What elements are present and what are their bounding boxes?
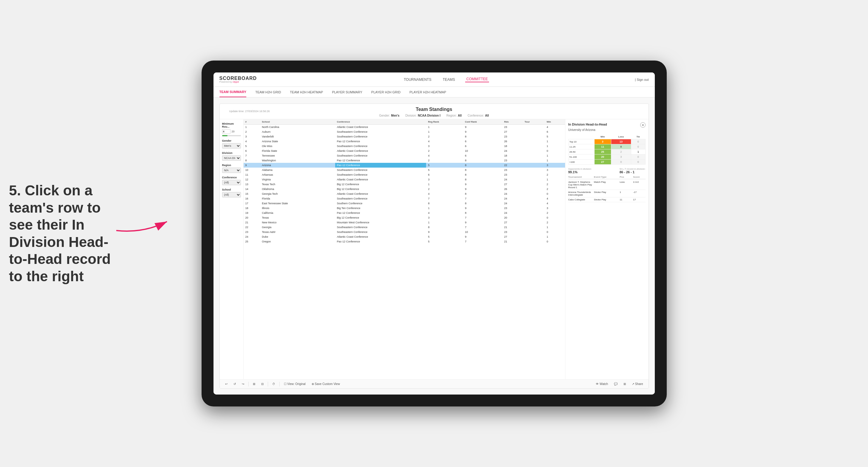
table-row[interactable]: 7 Tennessee Southeastern Conference 4 6 … (244, 153, 565, 158)
filter-group-rounds: Minimum Rou... 20 (222, 122, 241, 136)
table-row[interactable]: 12 Virginia Atlantic Coast Conference 3 … (244, 177, 565, 182)
cell-rds: 24 (502, 196, 523, 201)
table-row[interactable]: 6 Florida State Atlantic Coast Conferenc… (244, 149, 565, 153)
opponents-row: Opponents in division: 99.1% W-L-T recor… (568, 167, 646, 174)
cell-conference: Pac-12 Conference (335, 158, 426, 163)
cell-conf-rank: 8 (463, 163, 502, 167)
sub-nav-player-summary[interactable]: PLAYER SUMMARY (332, 87, 362, 97)
h2h-cell-win: 27 (594, 160, 611, 165)
clock-button[interactable]: ⏱ (271, 382, 277, 386)
share-button[interactable]: ↗ Share (630, 382, 645, 386)
cell-win: 2 (545, 182, 565, 187)
table-row[interactable]: 21 New Mexico Mountain West Conference 1… (244, 220, 565, 225)
cell-school: Duke (260, 235, 335, 239)
table-row[interactable]: 24 Duke Atlantic Coast Conference 5 9 27… (244, 235, 565, 239)
filter-select-school[interactable]: (All) (222, 192, 241, 197)
slider-bar-rounds[interactable] (222, 135, 241, 136)
copy-button[interactable]: ⊞ (251, 382, 257, 386)
h2h-table: Win Loss Tie Top 10 3 13 0 11-25 11 8 0 … (568, 134, 646, 165)
table-row[interactable]: 19 California Pac-12 Conference 4 8 24 2 (244, 211, 565, 215)
grid-button[interactable]: ⊞ (622, 382, 628, 386)
cell-tour (523, 206, 545, 211)
table-row[interactable]: 15 Georgia Tech Atlantic Coast Conferenc… (244, 191, 565, 196)
cell-school: Oklahoma (260, 187, 335, 191)
nav-tournaments[interactable]: TOURNAMENTS (403, 77, 432, 82)
forward-button[interactable]: ↪ (240, 382, 246, 386)
cell-rank: 4 (244, 139, 260, 144)
filter-select-region[interactable]: N/A (222, 167, 241, 173)
table-row[interactable]: 14 Oklahoma Big 12 Conference 2 9 26 2 (244, 187, 565, 191)
h2h-row: Top 10 3 13 0 (568, 139, 645, 144)
col-school: School (260, 119, 335, 125)
tourn-pos: Loss (620, 181, 632, 189)
table-row[interactable]: 25 Oregon Pac-12 Conference 5 7 21 0 (244, 239, 565, 244)
table-row[interactable]: 2 Auburn Southeastern Conference 1 9 27 … (244, 129, 565, 134)
table-row[interactable]: 5 Ole Miss Southeastern Conference 3 6 1… (244, 144, 565, 149)
filter-select-conference[interactable]: (All) (222, 180, 241, 185)
cell-win: 0 (545, 191, 565, 196)
cell-school: Oregon (260, 239, 335, 244)
paste-button[interactable]: ⊟ (259, 382, 266, 386)
table-row[interactable]: 16 Florida Southeastern Conference 7 7 2… (244, 196, 565, 201)
cell-tour (523, 173, 545, 177)
table-row[interactable]: 8 Washington Pac-12 Conference 2 8 23 1 (244, 158, 565, 163)
filter-select-division[interactable]: NCAA Division I (222, 155, 241, 161)
h2h-cell-loss: 13 (611, 139, 631, 144)
cell-tour (523, 163, 545, 167)
view-original-button[interactable]: ☐ View: Original (282, 382, 307, 386)
table-row[interactable]: 20 Texas Big 12 Conference 3 7 20 0 (244, 215, 565, 220)
sign-out[interactable]: | Sign out (635, 78, 649, 82)
sub-nav-team-h2h-grid[interactable]: TEAM H2H GRID (255, 87, 281, 97)
cell-tour (523, 191, 545, 196)
table-row[interactable]: 3 Vanderbilt Southeastern Conference 2 8… (244, 134, 565, 139)
cell-rank: 6 (244, 149, 260, 153)
table-row[interactable]: 1 North Carolina Atlantic Coast Conferen… (244, 125, 565, 130)
cell-rds: 24 (502, 191, 523, 196)
cell-rds: 23 (502, 134, 523, 139)
nav-teams[interactable]: TEAMS (442, 77, 456, 82)
table-row[interactable]: 23 Texas A&M Southeastern Conference 9 1… (244, 229, 565, 235)
table-row[interactable]: 10 Alabama Southeastern Conference 5 8 2… (244, 167, 565, 173)
table-row[interactable]: 18 Illinois Big Ten Conference 1 9 23 3 (244, 206, 565, 211)
cell-reg-rank: 4 (426, 153, 463, 158)
redo-button[interactable]: ↺ (232, 382, 238, 386)
table-row[interactable]: 4 Arizona State Pac-12 Conference 4 6 26… (244, 139, 565, 144)
cell-reg-rank: 9 (426, 229, 463, 235)
cell-conf-rank: 7 (463, 239, 502, 244)
cell-reg-rank: 8 (426, 201, 463, 206)
filter-group-region: Region N/A (222, 164, 241, 173)
tourn-score: 17 (633, 198, 645, 201)
cell-conf-rank: 9 (463, 235, 502, 239)
cell-conference: Big 12 Conference (335, 215, 426, 220)
cell-win: 4 (545, 196, 565, 201)
filter-select-gender[interactable]: Men's (222, 143, 241, 149)
toolbar-sep-3 (279, 382, 280, 386)
undo-button[interactable]: ↩ (223, 382, 229, 386)
filter-group-school: School (All) (222, 188, 241, 197)
cell-win: 1 (545, 225, 565, 229)
cell-rank: 7 (244, 153, 260, 158)
close-h2h-button[interactable]: ✕ (640, 122, 646, 128)
watch-button[interactable]: 👁 Watch (594, 382, 610, 386)
filter-input-rounds[interactable] (222, 129, 230, 134)
cell-conf-rank: 8 (463, 167, 502, 173)
table-row[interactable]: 13 Texas Tech Big 12 Conference 1 9 27 2 (244, 182, 565, 187)
cell-conference: Southeastern Conference (335, 134, 426, 139)
sub-nav-team-h2h-heatmap[interactable]: TEAM H2H HEATMAP (290, 87, 323, 97)
cell-school: Alabama (260, 167, 335, 173)
table-row[interactable]: 22 Georgia Southeastern Conference 8 7 2… (244, 225, 565, 229)
nav-committee[interactable]: COMMITTEE (465, 77, 489, 82)
table-row[interactable]: 11 Arkansas Southeastern Conference 6 8 … (244, 173, 565, 177)
comment-button[interactable]: 💬 (612, 382, 619, 386)
sub-nav-player-h2h-grid[interactable]: PLAYER H2H GRID (371, 87, 400, 97)
table-row[interactable]: 9 Arizona Pac-12 Conference 5 8 22 3 (244, 163, 565, 167)
table-row[interactable]: 17 East Tennessee State Southern Confere… (244, 201, 565, 206)
h2h-cell-tie: 0 (631, 144, 645, 149)
save-custom-view-button[interactable]: ⊕ Save Custom View (310, 382, 342, 386)
h2h-cell-range: >100 (568, 160, 594, 165)
h2h-cell-tie: 0 (631, 154, 645, 160)
content-panel: Update time: 27/03/2024 16:56:26 Team St… (219, 103, 649, 388)
sub-nav-player-h2h-heatmap[interactable]: PLAYER H2H HEATMAP (409, 87, 446, 97)
toolbar-sep-1 (248, 382, 249, 386)
sub-nav-team-summary[interactable]: TEAM SUMMARY (219, 87, 247, 97)
